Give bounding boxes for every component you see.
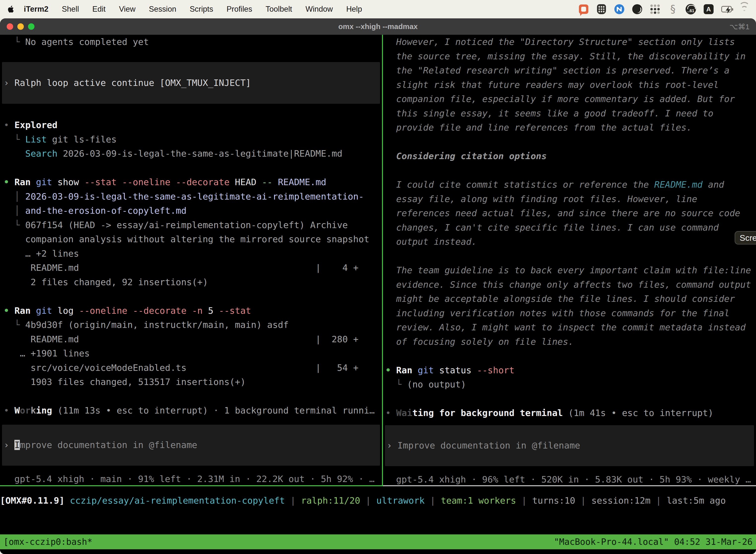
terminal-line: provide file and line references from th… [383, 120, 756, 135]
tmux-host-clock: "MacBook-Pro-44.local" 04:52 31-Mar-26 [554, 537, 753, 547]
grid-shield-icon[interactable] [596, 4, 607, 14]
terminal-line: slight risk that future readers may over… [383, 78, 756, 92]
right-prompt-input[interactable]: › Improve documentation in @filename [385, 425, 754, 466]
terminal-line: › Improve documentation in @filename [2, 438, 197, 452]
terminal-line: README.md | 4 + [0, 261, 382, 275]
menu-item-window[interactable]: Window [299, 5, 339, 14]
terminal-line: • Waiting for background terminal (1m 41… [383, 406, 756, 420]
terminal-line [383, 349, 756, 363]
battery-icon[interactable] [721, 4, 732, 14]
tmux-session-label: [omx-cczip0:bash* [3, 537, 92, 547]
terminal-line: [OMX#0.11.9] cczip/essay/ai-reimplementa… [0, 493, 756, 508]
terminal-line [383, 135, 756, 149]
menu-item-app[interactable]: iTerm2 [20, 5, 55, 14]
squiggle-icon[interactable]: § [668, 4, 678, 14]
input-source-icon[interactable]: A [703, 4, 714, 14]
terminal-line: Search 2026-03-09-is-legal-the-same-as-l… [0, 147, 382, 161]
menu-item-scripts[interactable]: Scripts [183, 5, 220, 14]
left-prompt-input[interactable]: › Improve documentation in @filename [2, 425, 380, 466]
terminal-line: of focusing solely on file lines. [383, 335, 756, 349]
pane-border-inactive [383, 485, 756, 486]
terminal-line: The team guideline is to back every impo… [383, 263, 756, 277]
inject-banner: › Ralph loop active continue [OMX_TMUX_I… [2, 62, 380, 104]
crescent-icon[interactable] [632, 4, 642, 14]
terminal-line: companion file, especially if more comme… [383, 92, 756, 106]
terminal-line: output instead. [383, 234, 756, 249]
terminal-line: companion analysis without altering the … [0, 232, 382, 246]
right-session-status: gpt-5.4 xhigh · 96% left · 520K in · 5.8… [383, 472, 756, 486]
terminal-line: might be acceptable alongside the file l… [383, 292, 756, 306]
terminal-line: the "Related research writing" section i… [383, 63, 756, 78]
terminal-line: references need actual files, and since … [383, 206, 756, 220]
terminal-line: including verification notes with those … [383, 306, 756, 321]
zigzag-badge-icon[interactable] [614, 4, 625, 14]
menu-item-session[interactable]: Session [142, 5, 183, 14]
menu-status-area: § ..61 A [578, 4, 750, 14]
tmux-status-bar: [omx-cczip0:bash* "MacBook-Pro-44.local"… [0, 535, 756, 549]
menu-item-edit[interactable]: Edit [85, 5, 112, 14]
pane-border-active [0, 485, 383, 486]
terminal-line: • Ran git status --short [383, 363, 756, 378]
terminal-area: └ No agents completed yet › Ralph loop a… [0, 35, 756, 554]
title-bar: omx --xhigh --madmax ⌥⌘1 [0, 18, 756, 35]
terminal-line [383, 392, 756, 406]
agents-summary: └ No agents completed yet [0, 35, 382, 49]
left-terminal-pane[interactable]: └ No agents completed yet › Ralph loop a… [0, 35, 382, 485]
terminal-line: … +1901 lines [0, 346, 382, 361]
terminal-line [383, 163, 756, 178]
terminal-line: essay file, along with finding root file… [383, 192, 756, 206]
terminal-line: › Improve documentation in @filename [385, 438, 580, 453]
terminal-line [0, 161, 382, 175]
menu-item-toolbelt[interactable]: Toolbelt [259, 5, 299, 14]
terminal-line: └ (no output) [383, 377, 756, 392]
terminal-line: └ List git ls-files [0, 132, 382, 147]
terminal-line: • Ran git log --oneline --decorate -n 5 … [0, 303, 382, 318]
menu-item-help[interactable]: Help [339, 5, 369, 14]
terminal-line: review. Also, I might want to inspect th… [383, 320, 756, 335]
iterm-window: omx --xhigh --madmax ⌥⌘1 └ No agents com… [0, 18, 756, 554]
terminal-line: However, I noticed the "Directory Struct… [383, 35, 756, 49]
terminal-line: └ 4b9d30f (origin/main, instructkr/main,… [0, 318, 382, 332]
menu-item-shell[interactable]: Shell [55, 5, 85, 14]
right-transcript: However, I noticed the "Directory Struct… [383, 35, 756, 420]
pane-divider[interactable] [382, 35, 383, 486]
terminal-line: this single essay, it seems like a good … [383, 106, 756, 121]
screen-indicator-chip[interactable]: Scre [735, 231, 756, 244]
gauge-icon[interactable]: ..61 [686, 4, 696, 14]
terminal-line: README.md | 280 + [0, 332, 382, 346]
terminal-line: … +2 lines [0, 246, 382, 261]
terminal-line: 1903 files changed, 513517 insertions(+) [0, 375, 382, 389]
menu-item-view[interactable]: View [112, 5, 142, 14]
right-terminal-pane[interactable]: However, I noticed the "Directory Struct… [383, 35, 756, 485]
terminal-line: 2 files changed, 92 insertions(+) [0, 275, 382, 289]
terminal-line: evidence. Since this change only affects… [383, 277, 756, 292]
menu-bar: iTerm2 Shell Edit View Session Scripts P… [0, 0, 756, 18]
terminal-line: changes, I can't cite specific file line… [383, 220, 756, 235]
left-transcript: • Explored └ List git ls-files Search 20… [0, 118, 382, 418]
terminal-line: │ and-the-erosion-of-copyleft.md [0, 204, 382, 218]
terminal-line [0, 289, 382, 303]
terminal-line [383, 249, 756, 263]
omx-status-line: [OMX#0.11.9] cczip/essay/ai-reimplementa… [0, 493, 756, 508]
terminal-line: └ 067f154 (HEAD -> essay/ai-reimplementa… [0, 218, 382, 232]
dots-grid-icon[interactable] [650, 4, 660, 14]
wifi-icon[interactable] [739, 4, 750, 14]
terminal-line: • Working (11m 13s • esc to interrupt) ·… [0, 403, 382, 418]
terminal-line: › Ralph loop active continue [OMX_TMUX_I… [2, 76, 251, 90]
terminal-line: └ No agents completed yet [0, 35, 382, 49]
terminal-line [0, 389, 382, 403]
terminal-line: • Ran git show --stat --oneline --decora… [0, 175, 382, 189]
terminal-line: the source tree, missing the essay. Stil… [383, 49, 756, 63]
terminal-line: src/voice/voiceModeEnabled.ts | 54 + [0, 361, 382, 375]
chat-icon[interactable] [578, 4, 589, 14]
apple-icon[interactable] [6, 5, 16, 13]
terminal-line: Considering citation options [383, 149, 756, 163]
left-session-status: gpt-5.4 xhigh · main · 91% left · 2.31M … [0, 472, 382, 486]
window-title: omx --xhigh --madmax [0, 22, 756, 31]
terminal-line: │ 2026-03-09-is-legal-the-same-as-legiti… [0, 189, 382, 204]
terminal-line: • Explored [0, 118, 382, 132]
terminal-line: I could cite commit statistics or refere… [383, 177, 756, 192]
menu-item-profiles[interactable]: Profiles [220, 5, 259, 14]
